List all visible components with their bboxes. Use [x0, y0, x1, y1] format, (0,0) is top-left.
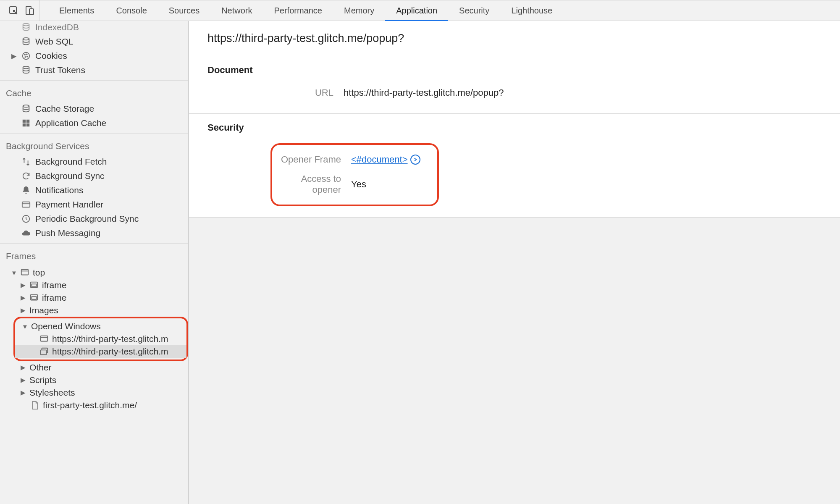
row-opener-frame: Opener Frame <#document> [274, 150, 420, 169]
collapse-arrow-icon[interactable]: ▼ [22, 323, 28, 330]
clock-icon [21, 214, 31, 223]
sidebar-item-label: Periodic Background Sync [35, 214, 139, 224]
sidebar-item-label: Background Fetch [35, 157, 107, 167]
svg-point-8 [25, 57, 26, 58]
tree-item-opened-window-2[interactable]: https://third-party-test.glitch.m [15, 345, 186, 358]
sidebar-item-background-fetch[interactable]: Background Fetch [0, 155, 188, 169]
tab-console[interactable]: Console [105, 0, 158, 21]
frames-tree: ▼ top ▶ iframe ▶ iframe [0, 265, 188, 414]
section-document: Document URL https://third-party-test.gl… [189, 56, 840, 114]
sidebar-item-payment-handler[interactable]: Payment Handler [0, 197, 188, 212]
sidebar-item-label: Cache Storage [35, 104, 94, 114]
label-access-to-opener: Access to opener [274, 173, 341, 195]
tree-item-stylesheets[interactable]: ▶ Stylesheets [0, 386, 188, 399]
sidebar-item-cookies[interactable]: ▶ Cookies [0, 49, 188, 63]
tree-item-top[interactable]: ▼ top [0, 266, 188, 279]
sidebar-section-cache: Cache [0, 83, 188, 102]
devtools-tabbar: Elements Console Sources Network Perform… [0, 0, 840, 21]
sidebar-item-label: Application Cache [35, 118, 106, 128]
expand-arrow-icon[interactable]: ▶ [20, 307, 26, 314]
tree-item-label: Stylesheets [29, 388, 75, 398]
sidebar-item-label: Push Messaging [35, 228, 100, 238]
divider [0, 243, 188, 244]
frame-detail-title: https://third-party-test.glitch.me/popup… [189, 21, 840, 56]
svg-rect-25 [41, 350, 47, 354]
tree-item-scripts[interactable]: ▶ Scripts [0, 374, 188, 386]
sidebar-item-label: Notifications [35, 185, 83, 195]
reveal-in-elements-icon[interactable] [410, 155, 420, 165]
svg-rect-23 [41, 336, 48, 341]
svg-rect-13 [26, 120, 29, 123]
tree-item-label: first-party-test.glitch.me/ [43, 400, 137, 410]
tab-sources[interactable]: Sources [158, 0, 210, 21]
tab-network[interactable]: Network [210, 0, 263, 21]
tree-item-label: Opened Windows [31, 321, 101, 331]
credit-card-icon [21, 200, 31, 209]
tree-item-label: top [33, 268, 45, 278]
sidebar-item-push-messaging[interactable]: Push Messaging [0, 226, 188, 240]
sidebar-item-label: Cookies [35, 51, 67, 61]
sidebar-item-cache-storage[interactable]: Cache Storage [0, 102, 188, 116]
section-heading: Security [207, 122, 822, 133]
tab-performance[interactable]: Performance [263, 0, 333, 21]
sidebar-item-indexeddb[interactable]: IndexedDB [0, 21, 188, 34]
sidebar-item-application-cache[interactable]: Application Cache [0, 116, 188, 130]
inspect-element-icon[interactable] [8, 5, 18, 16]
value-access-to-opener: Yes [351, 179, 366, 190]
frame-detail-panel: https://third-party-test.glitch.me/popup… [189, 21, 840, 504]
svg-rect-20 [32, 284, 37, 286]
highlight-security-rows: Opener Frame <#document> Access to opene… [270, 143, 439, 206]
section-heading: Document [207, 65, 822, 76]
database-icon [21, 104, 31, 113]
expand-arrow-icon[interactable]: ▶ [20, 364, 26, 371]
tree-item-label: iframe [42, 280, 66, 290]
sidebar-item-periodic-sync[interactable]: Periodic Background Sync [0, 212, 188, 226]
tree-item-label: https://third-party-test.glitch.m [52, 346, 168, 357]
tab-elements[interactable]: Elements [48, 0, 105, 21]
svg-point-5 [23, 52, 30, 60]
toolbar-icons [3, 0, 40, 21]
tree-item-opened-window-1[interactable]: https://third-party-test.glitch.m [15, 333, 186, 345]
svg-rect-14 [23, 123, 26, 126]
sidebar-section-frames: Frames [0, 246, 188, 265]
label-opener-frame: Opener Frame [274, 154, 341, 165]
svg-rect-12 [23, 120, 26, 123]
frame-icon [29, 293, 39, 302]
tab-security[interactable]: Security [448, 0, 500, 21]
svg-rect-18 [21, 270, 29, 275]
opener-frame-link[interactable]: <#document> [351, 154, 408, 165]
tree-item-first-party[interactable]: first-party-test.glitch.me/ [0, 399, 188, 412]
row-access-to-opener: Access to opener Yes [274, 169, 420, 200]
sidebar-item-background-sync[interactable]: Background Sync [0, 169, 188, 183]
tree-item-label: iframe [42, 293, 66, 303]
sidebar-item-websql[interactable]: Web SQL [0, 34, 188, 49]
expand-arrow-icon[interactable]: ▶ [20, 281, 26, 289]
cookie-icon [21, 51, 31, 60]
tree-item-other[interactable]: ▶ Other [0, 361, 188, 374]
expand-arrow-icon[interactable]: ▶ [20, 389, 26, 396]
tab-memory[interactable]: Memory [333, 0, 385, 21]
expand-arrow-icon[interactable]: ▶ [20, 294, 26, 302]
highlight-opened-windows: ▼ Opened Windows https://third-party-tes… [13, 317, 188, 361]
sidebar-item-notifications[interactable]: Notifications [0, 183, 188, 197]
tree-item-images[interactable]: ▶ Images [0, 304, 188, 317]
tree-item-iframe[interactable]: ▶ iframe [0, 279, 188, 291]
tree-item-iframe[interactable]: ▶ iframe [0, 291, 188, 304]
svg-rect-2 [29, 9, 34, 15]
collapse-arrow-icon[interactable]: ▼ [11, 269, 17, 276]
tree-item-opened-windows[interactable]: ▼ Opened Windows [15, 320, 186, 333]
tab-application[interactable]: Application [385, 0, 448, 21]
svg-rect-22 [32, 297, 37, 299]
expand-arrow-icon[interactable]: ▶ [11, 52, 17, 60]
value-url: https://third-party-test.glitch.me/popup… [344, 87, 504, 98]
expand-arrow-icon[interactable]: ▶ [20, 376, 26, 384]
window-icon [20, 268, 29, 277]
database-icon [21, 66, 31, 75]
tree-item-label: Scripts [29, 375, 56, 385]
database-icon [21, 37, 31, 46]
document-icon [30, 401, 39, 410]
grid-icon [21, 118, 31, 128]
toggle-device-icon[interactable] [24, 5, 34, 16]
tab-lighthouse[interactable]: Lighthouse [500, 0, 563, 21]
sidebar-item-trust-tokens[interactable]: Trust Tokens [0, 63, 188, 77]
